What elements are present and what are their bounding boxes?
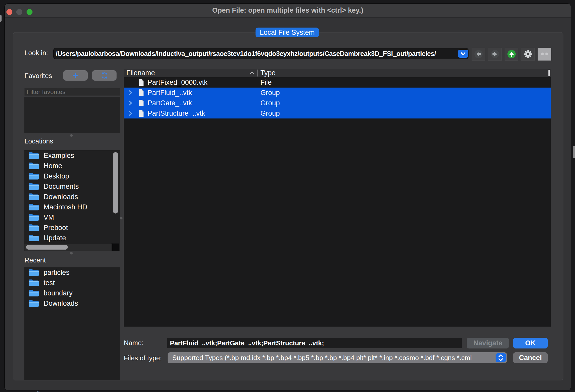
horizontal-scrollbar[interactable] xyxy=(24,244,112,251)
name-label: Name: xyxy=(124,339,144,347)
file-icon xyxy=(138,99,144,107)
dialog-title: Open File: open multiple files with <ctr… xyxy=(5,4,571,17)
folder-icon xyxy=(28,279,39,287)
folder-icon xyxy=(28,299,39,308)
sort-ascending-icon xyxy=(250,71,254,74)
file-row[interactable]: PartGate_..vtk Group xyxy=(124,98,551,108)
name-input[interactable] xyxy=(170,338,456,348)
file-list: PartFixed_0000.vtk File PartFluid_..vtk … xyxy=(124,77,551,327)
folder-icon xyxy=(28,289,39,297)
locations-list: Examples Home Desktop xyxy=(24,150,120,251)
favorites-list[interactable] xyxy=(24,97,120,133)
folder-icon xyxy=(28,213,39,221)
horizontal-scrollbar-thumb[interactable] xyxy=(26,245,68,250)
files-of-type-select[interactable]: Supported Types (*.bp md.idx *.bp *.bp4 … xyxy=(168,352,507,363)
close-icon[interactable] xyxy=(6,9,12,15)
expand-chevron-icon[interactable] xyxy=(127,100,133,106)
path-field xyxy=(53,48,469,59)
location-item[interactable]: Macintosh HD xyxy=(24,202,120,212)
add-favorite-button[interactable] xyxy=(63,70,88,81)
recent-list: particles test boundary xyxy=(24,267,120,380)
forward-button[interactable] xyxy=(488,48,502,61)
splitter-handle-icon[interactable] xyxy=(70,134,73,137)
up-down-chevrons-icon xyxy=(496,353,506,362)
open-file-dialog: Open File: open multiple files with <ctr… xyxy=(5,4,571,390)
folder-icon xyxy=(28,151,39,160)
recent-item[interactable]: particles xyxy=(24,267,120,278)
files-of-type-value: Supported Types (*.bp md.idx *.bp *.bp4 … xyxy=(172,354,472,362)
arrow-left-icon xyxy=(474,49,483,59)
location-item[interactable]: Preboot xyxy=(24,223,120,233)
background-scrollbar-thumb xyxy=(573,146,575,158)
folder-icon xyxy=(28,182,39,191)
folder-icon xyxy=(28,162,39,170)
ok-button[interactable]: OK xyxy=(513,338,548,348)
expand-chevron-icon[interactable] xyxy=(127,90,133,96)
location-item[interactable]: Home xyxy=(24,161,120,171)
navigate-button[interactable]: Navigate xyxy=(467,338,509,348)
expand-chevron-icon[interactable] xyxy=(127,110,133,116)
file-list-header: Filename Type xyxy=(124,69,551,77)
titlebar[interactable]: Open File: open multiple files with <ctr… xyxy=(5,4,571,18)
folder-icon xyxy=(28,268,39,277)
plus-icon xyxy=(72,72,79,79)
header-grip[interactable] xyxy=(548,70,550,76)
file-icon xyxy=(138,110,144,117)
minimize-icon xyxy=(16,9,22,15)
splitter-handle-icon[interactable] xyxy=(120,217,122,219)
location-item[interactable]: Update xyxy=(24,233,120,243)
folder-icon xyxy=(28,234,39,242)
background-app-fragment xyxy=(0,15,2,22)
more-options-button[interactable] xyxy=(538,48,551,61)
arrow-up-icon xyxy=(507,49,516,59)
folder-icon xyxy=(28,172,39,180)
file-icon xyxy=(138,89,144,96)
refresh-favorites-button[interactable] xyxy=(92,70,117,81)
column-divider[interactable] xyxy=(257,70,258,76)
folder-icon xyxy=(28,193,39,201)
recent-label: Recent xyxy=(24,256,46,264)
recent-item[interactable]: boundary xyxy=(24,288,120,298)
ellipsis-icon xyxy=(540,52,549,56)
zoom-icon[interactable] xyxy=(27,9,32,15)
tab-local-file-system[interactable]: Local File System xyxy=(256,28,319,37)
folder-icon xyxy=(28,203,39,211)
gear-icon xyxy=(524,50,532,58)
recent-item[interactable]: test xyxy=(24,278,120,288)
favorites-label: Favorites xyxy=(24,72,52,80)
file-row[interactable]: PartStructure_..vtk Group xyxy=(124,108,551,118)
vertical-scrollbar-thumb[interactable] xyxy=(113,152,118,214)
location-item[interactable]: Downloads xyxy=(24,192,120,202)
arrow-right-icon xyxy=(490,49,500,59)
location-item[interactable]: Examples xyxy=(24,150,120,161)
location-item[interactable]: Desktop xyxy=(24,171,120,181)
filter-favorites-input[interactable] xyxy=(24,88,120,96)
locations-label: Locations xyxy=(24,137,53,145)
look-in-label: Look in: xyxy=(24,49,48,57)
select-stepper-icon[interactable] xyxy=(496,353,506,362)
path-dropdown-button[interactable] xyxy=(458,50,468,58)
cancel-button[interactable]: Cancel xyxy=(513,352,548,363)
file-icon xyxy=(138,79,144,86)
recent-item[interactable]: Downloads xyxy=(24,298,120,309)
location-item[interactable]: VM xyxy=(24,212,120,223)
screen: X Open File: open multiple files with <c… xyxy=(0,0,575,392)
files-of-type-label: Files of type: xyxy=(124,354,162,362)
location-item[interactable]: Documents xyxy=(24,181,120,192)
column-header-filename[interactable]: Filename xyxy=(126,69,155,77)
chevron-down-icon xyxy=(458,50,468,58)
scrollbar-corner-grip[interactable] xyxy=(112,243,119,251)
folder-icon xyxy=(28,224,39,232)
path-input[interactable] xyxy=(56,48,455,59)
up-directory-button[interactable] xyxy=(505,48,518,61)
column-header-type[interactable]: Type xyxy=(260,69,276,77)
back-button[interactable] xyxy=(472,48,485,61)
file-row[interactable]: PartFixed_0000.vtk File xyxy=(124,77,551,88)
file-row[interactable]: PartFluid_..vtk Group xyxy=(124,88,551,98)
name-field xyxy=(167,338,462,348)
settings-button[interactable] xyxy=(521,48,535,61)
refresh-icon xyxy=(101,72,108,79)
splitter-handle-icon[interactable] xyxy=(70,252,73,254)
